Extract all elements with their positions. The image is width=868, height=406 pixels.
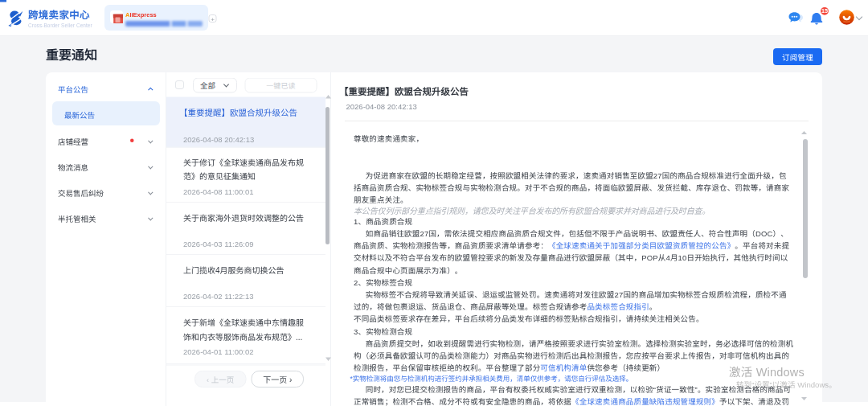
svg-text:15: 15 [821,7,828,14]
